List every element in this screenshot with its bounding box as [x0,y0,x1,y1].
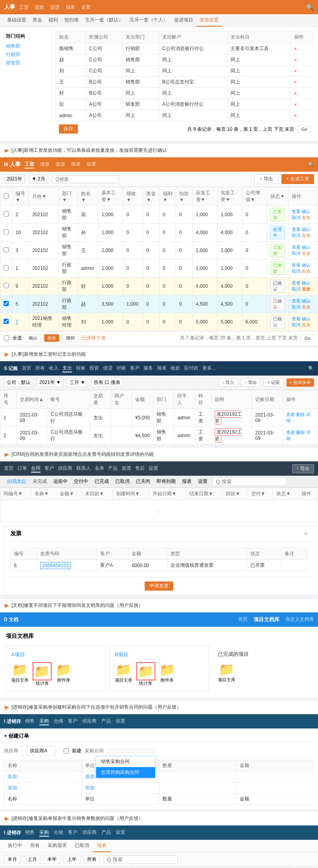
nav-promote[interactable]: 促进 [50,4,60,11]
bk-import-button[interactable]: ↓ 导入 [219,378,238,387]
bk-nav-customer[interactable]: 客户 [130,365,140,372]
crm-sub-cancelled[interactable]: 已取消 [112,476,133,487]
row-check[interactable] [0,224,12,242]
row-check[interactable] [0,277,12,295]
export-button[interactable]: ↑ 导出 [254,174,278,184]
bk-export-button[interactable]: ↑ 导出 [241,378,260,387]
pr-tab-needs[interactable]: 采购需求 [44,840,71,852]
bk-nav-service[interactable]: 服务 [143,365,153,372]
select-all-checkbox[interactable] [4,193,9,198]
crm-search-input[interactable] [212,477,287,486]
contract-select[interactable] [107,750,155,753]
crm-nav-after-sale[interactable]: 售后 [135,465,145,473]
salary-nav-settings[interactable]: 设置 [87,161,96,169]
pr-tab-report[interactable]: 报表 [93,840,111,852]
bk-nav-invest[interactable]: 投资 [89,365,99,372]
pr-nav-product[interactable]: 产品 [101,829,111,837]
cancel-link[interactable]: 取消 [292,322,301,327]
send-link[interactable]: 发放 [302,215,310,220]
pr-nav-sales[interactable]: 销售 [25,829,35,837]
crm-nav-home[interactable]: 首页 [4,465,14,473]
name-link[interactable]: 添加 [8,785,17,790]
crm-sub-ongoing[interactable]: 未完成 [29,476,50,487]
ims-nav-purchase[interactable]: 采购 [39,718,49,725]
crm-nav-invoice[interactable]: 发票 [122,465,131,473]
nav-settings[interactable]: 设置 [81,4,91,11]
crm-sub-report[interactable]: 报表 [179,476,195,487]
folder-b-main[interactable]: 📁 项目主库 [115,662,132,686]
send-link[interactable]: 发放 [302,251,310,256]
cell-del[interactable]: × [291,66,314,77]
pr-nav-supplier[interactable]: 供应商 [82,829,97,837]
pr-filter-lastmonth[interactable]: 上月 [24,855,41,864]
sub-nav-project[interactable]: 促进项目 [171,14,196,27]
invoice-number-link[interactable]: 2456454153 [40,562,71,569]
view-link[interactable]: 查看 [292,209,301,214]
supplier-value[interactable]: 供应商A [21,746,56,756]
crm-sub-progress[interactable]: 远前中 [50,476,71,487]
ims-nav-product[interactable]: 产品 [101,718,111,725]
sub-nav-exclusive1[interactable]: 互斥一套（默认） [82,14,126,27]
send-link[interactable]: 发放 [302,304,310,309]
generate-salary-button[interactable]: + 生成工资 [281,174,314,184]
folder-a-attachment[interactable]: 📁 附件库 [56,662,72,686]
bk-add-income-button[interactable]: + 记应 [264,378,283,387]
dept-item-admin[interactable]: 行政部 [6,51,49,58]
bk-nav-report[interactable]: 报表 [157,365,167,372]
pr-nav-purchase[interactable]: 采购 [39,829,49,837]
bk-nav-home[interactable]: 首页 [22,365,31,372]
cell-del[interactable]: × [291,99,314,110]
ims-nav-supplier[interactable]: 供应商 [82,718,97,725]
confirm-link[interactable]: 确认 [302,298,310,303]
view-link[interactable]: 查看 [292,245,301,250]
doc-nav-project[interactable]: 项目文档库 [254,616,279,623]
bk-year-select[interactable]: 2021年 ▼ [37,378,64,387]
modal-close-icon[interactable]: × [304,530,308,537]
crm-nav-customer[interactable]: 客户 [45,465,54,473]
confirm-link[interactable]: 确认 [302,209,310,214]
ims-nav-warehouse[interactable]: 仓储 [54,718,63,725]
salary-search-input[interactable] [52,175,119,183]
bk-nav-payable[interactable]: 应付款 [184,365,198,372]
salary-go-button[interactable]: Go [301,335,314,342]
cancel-link[interactable]: 取消 [292,251,301,256]
view-link[interactable]: 查看 [292,281,301,285]
bk-company-select[interactable]: 公司：默认 [4,378,33,387]
send-link[interactable]: 发放 [302,322,310,327]
confirm-button[interactable]: 确认 [25,334,41,342]
bk-nav-transfer[interactable]: 转账 [76,365,85,372]
nav-perf[interactable]: 绩效 [35,4,44,11]
bk-nav-loan[interactable]: 借贷 [103,365,112,372]
pr-tab-cancelled[interactable]: 已取消 [71,840,93,852]
dropdown-item-2[interactable]: 饮库所购采购合同 [96,767,155,778]
new-order-checkbox[interactable] [64,748,69,754]
crm-nav-contract[interactable]: 合同 [31,465,41,473]
confirm-link[interactable]: 确认 [302,245,310,250]
salary-search-icon[interactable]: 🔍 [308,162,314,167]
sub-nav-deduct[interactable]: 抵扣项 [61,14,82,27]
footer-select-all[interactable] [4,335,9,341]
search-icon[interactable]: 🔍 [306,4,314,11]
crm-export-button[interactable]: ↑ 导出 [292,464,314,473]
dept-item-rd[interactable]: 研发部 [6,60,49,66]
bk-search-icon[interactable]: 🔍 [308,366,314,371]
folder-a-stats[interactable]: 📁 统计库 [33,662,52,686]
view-link[interactable]: 查看 [292,227,301,232]
pr-filter-thisyear[interactable]: 本年 [44,855,60,864]
bk-edit-link[interactable]: 查看 [286,430,295,435]
ims-nav-sales[interactable]: 销售 [25,718,35,725]
salary-nav-salary[interactable]: 工资 [25,161,34,169]
cancel-link[interactable]: 取消 [292,304,301,309]
cell-del[interactable]: × [291,54,314,66]
salary-month[interactable]: ▼ 2月 [29,174,48,184]
bk-delete-link[interactable]: 删除 [296,412,305,417]
dept-item-sales[interactable]: 销售部 [6,43,49,50]
nav-salary[interactable]: 工资 [19,4,29,11]
confirm-link[interactable]: 确认 [302,263,310,267]
bk-scope[interactable]: 所有 口 搜表 [91,378,123,387]
confirm-link[interactable]: 确认 [302,281,310,285]
unit-link[interactable]: 添加 [85,785,95,790]
send-link[interactable]: 发放 [302,269,310,273]
crm-nav-list[interactable]: 名单 [95,465,104,473]
apply-invoice-button[interactable]: 申请发票 [145,581,173,591]
